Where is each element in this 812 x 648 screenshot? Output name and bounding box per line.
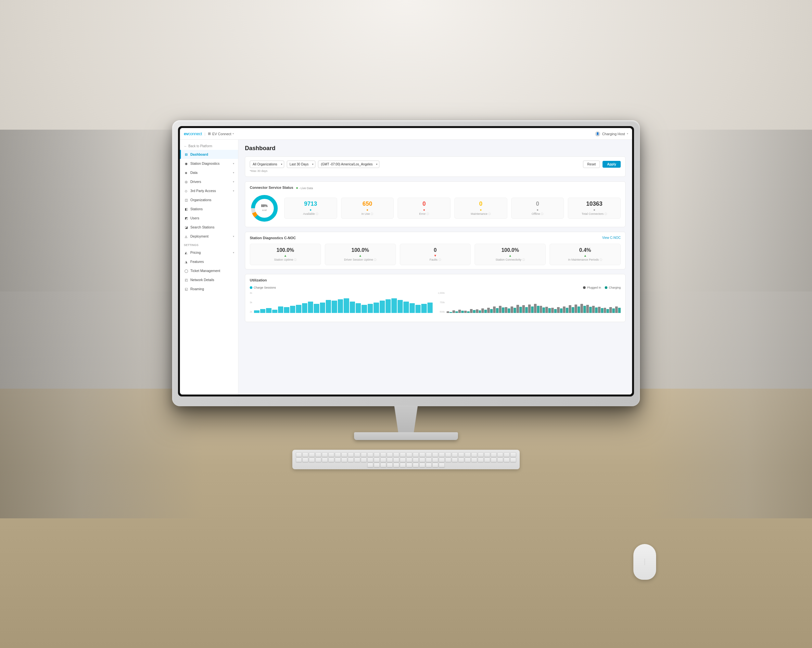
keyboard-key[interactable] [380,463,386,467]
keyboard-key[interactable] [439,463,445,467]
keyboard-key[interactable] [380,458,386,462]
keyboard-key[interactable] [380,452,386,457]
keyboard-key[interactable] [367,458,373,462]
apply-button[interactable]: Apply [603,161,621,168]
keyboard-key[interactable] [387,458,393,462]
sidebar-item-features[interactable]: ◮ Features [180,257,238,266]
sidebar-item-deployment[interactable]: ◬ Deployment ▾ [180,232,238,241]
keyboard-key[interactable] [328,452,334,457]
keyboard-key[interactable] [374,463,380,467]
keyboard-key[interactable] [309,452,315,457]
sidebar-item-stations[interactable]: ◧ Stations [180,205,238,214]
keyboard-key[interactable] [309,458,315,462]
keyboard-key[interactable] [354,458,360,462]
keyboard-key[interactable] [465,452,471,457]
keyboard-key[interactable] [458,458,464,462]
keyboard-key[interactable] [348,458,354,462]
keyboard-key[interactable] [445,452,451,457]
keyboard-key[interactable] [471,452,477,457]
keyboard-key[interactable] [426,458,432,462]
keyboard-key[interactable] [341,452,347,457]
date-filter[interactable]: Last 30 Days [287,160,315,168]
org-filter-wrapper[interactable]: All Organizations [250,160,284,168]
breadcrumb-nav[interactable]: ⊞ EV Connect ▾ [208,131,234,136]
sidebar-back-button[interactable]: ← Back to Platform [180,142,238,150]
sidebar-item-ticket-management[interactable]: ◯ Ticket Management [180,266,238,275]
keyboard-key[interactable] [393,452,399,457]
keyboard-key[interactable] [322,458,328,462]
sidebar-item-pricing[interactable]: ◭ Pricing ▾ [180,248,238,257]
keyboard-key[interactable] [478,452,484,457]
keyboard-key[interactable] [393,458,399,462]
timezone-filter-wrapper[interactable]: (GMT -07:00) America/Los_Angeles [318,160,379,168]
keyboard-key[interactable] [452,452,458,457]
keyboard-key[interactable] [452,458,458,462]
keyboard-key[interactable] [367,463,373,467]
keyboard-key[interactable] [497,452,503,457]
sidebar-item-3rd-party-access[interactable]: ◇ 3rd Party Access ▾ [180,186,238,195]
keyboard-key[interactable] [374,452,380,457]
keyboard-key[interactable] [465,458,471,462]
keyboard-key[interactable] [400,463,406,467]
keyboard-key[interactable] [413,458,419,462]
keyboard-key[interactable] [419,463,425,467]
keyboard-key[interactable] [374,458,380,462]
keyboard-key[interactable] [322,452,328,457]
keyboard-key[interactable] [335,452,341,457]
view-cnoc-link[interactable]: View C-NOC [602,236,621,240]
keyboard-key[interactable] [504,458,510,462]
keyboard-key[interactable] [387,463,393,467]
sidebar-item-drivers[interactable]: ◎ Drivers ▾ [180,177,238,186]
keyboard-key[interactable] [419,452,425,457]
sidebar-item-search-stations[interactable]: ◪ Search Stations [180,223,238,232]
keyboard-key[interactable] [393,463,399,467]
keyboard-key[interactable] [341,458,347,462]
keyboard-key[interactable] [478,458,484,462]
keyboard-key[interactable] [335,458,341,462]
reset-button[interactable]: Reset [583,160,600,168]
keyboard-key[interactable] [458,452,464,457]
keyboard-key[interactable] [400,452,406,457]
keyboard-key[interactable] [413,452,419,457]
keyboard-key[interactable] [504,452,510,457]
sidebar-item-station-diagnostics[interactable]: ◉ Station Diagnostics ▾ [180,159,238,168]
keyboard-key[interactable] [406,458,412,462]
sidebar-item-network-details[interactable]: ◰ Network Details [180,275,238,284]
keyboard-key[interactable] [491,452,497,457]
keyboard-key[interactable] [354,452,360,457]
keyboard-key[interactable] [413,463,419,467]
keyboard-key[interactable] [361,452,367,457]
keyboard-key[interactable] [419,458,425,462]
keyboard-key[interactable] [296,458,302,462]
keyboard-key[interactable] [484,452,490,457]
sidebar-item-users[interactable]: ◩ Users [180,214,238,223]
keyboard-key[interactable] [367,452,373,457]
sidebar-item-roaming[interactable]: ◱ Roaming [180,284,238,293]
keyboard-key[interactable] [445,458,451,462]
keyboard-key[interactable] [439,458,445,462]
keyboard-key[interactable] [439,452,445,457]
keyboard-key[interactable] [406,452,412,457]
keyboard-key[interactable] [426,463,432,467]
sidebar-item-data[interactable]: ◈ Data ▾ [180,168,238,177]
keyboard-key[interactable] [315,452,321,457]
timezone-filter[interactable]: (GMT -07:00) America/Los_Angeles [318,160,379,168]
sidebar-item-organizations[interactable]: ◫ Organizations [180,195,238,205]
top-bar-right[interactable]: 👤 Charging Host ▾ [595,131,628,136]
keyboard-key[interactable] [484,458,490,462]
keyboard-key[interactable] [302,458,308,462]
keyboard-key[interactable] [510,452,516,457]
date-filter-wrapper[interactable]: Last 30 Days [287,160,315,168]
keyboard-key[interactable] [471,458,477,462]
keyboard-key[interactable] [497,458,503,462]
keyboard-key[interactable] [296,452,302,457]
keyboard-key[interactable] [432,463,438,467]
keyboard-key[interactable] [328,458,334,462]
keyboard-key[interactable] [432,452,438,457]
keyboard-key[interactable] [348,452,354,457]
keyboard-key[interactable] [387,452,393,457]
org-filter[interactable]: All Organizations [250,160,284,168]
keyboard-key[interactable] [302,452,308,457]
keyboard-key[interactable] [361,458,367,462]
keyboard-key[interactable] [400,458,406,462]
